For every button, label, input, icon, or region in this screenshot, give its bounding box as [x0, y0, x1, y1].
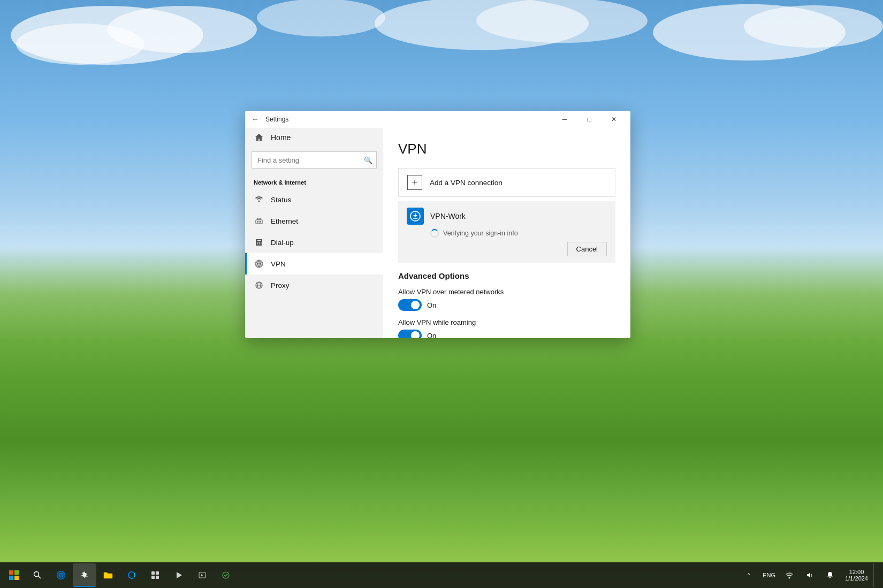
toggle-roaming-label: Allow VPN while roaming — [398, 318, 615, 326]
svg-point-8 — [258, 201, 260, 202]
search-input[interactable] — [252, 151, 377, 169]
sidebar-search-container: 🔍 — [252, 151, 377, 169]
svg-point-33 — [789, 577, 790, 579]
sidebar-item-home[interactable]: Home — [245, 128, 383, 147]
taskbar-extra1-icon[interactable] — [191, 563, 214, 587]
svg-rect-21 — [14, 576, 19, 580]
proxy-icon — [254, 280, 264, 291]
sidebar-section-title: Network & Internet — [245, 173, 383, 189]
taskbar-media-icon[interactable] — [167, 563, 191, 587]
maximize-button[interactable]: □ — [577, 111, 602, 128]
svg-rect-11 — [260, 218, 261, 220]
sidebar-item-proxy[interactable]: Proxy — [245, 274, 383, 296]
svg-rect-12 — [257, 221, 258, 223]
home-label: Home — [271, 133, 291, 142]
sidebar-item-ethernet[interactable]: Ethernet — [245, 210, 383, 232]
add-icon: + — [407, 175, 422, 190]
advanced-options-title: Advanced Options — [398, 271, 615, 280]
ethernet-icon — [254, 216, 264, 226]
add-vpn-button[interactable]: + Add a VPN connection — [398, 168, 615, 197]
toggle-metered-networks: Allow VPN over metered networks On — [398, 288, 615, 311]
vpn-connection-card: VPN-Work Verifying your sign-in info Can… — [398, 201, 615, 263]
show-desktop-button[interactable] — [873, 563, 877, 587]
sidebar-item-dialup-label: Dial-up — [271, 239, 294, 247]
clock-date: 1/1/2024 — [845, 575, 868, 582]
taskbar-edge-icon[interactable] — [120, 563, 143, 587]
settings-window: ← Settings ─ □ ✕ Home 🔍 — [245, 111, 630, 338]
svg-rect-17 — [413, 218, 417, 219]
toggle-metered-switch[interactable] — [398, 299, 422, 311]
toggle-roaming: Allow VPN while roaming On — [398, 318, 615, 338]
search-icon: 🔍 — [364, 156, 372, 164]
svg-line-23 — [39, 576, 41, 579]
dialup-icon — [254, 237, 264, 248]
sidebar-item-proxy-label: Proxy — [271, 281, 290, 289]
network-icon[interactable] — [780, 563, 799, 587]
sidebar-item-status-label: Status — [271, 196, 291, 204]
svg-rect-10 — [257, 218, 258, 220]
taskbar-apps-icon[interactable] — [143, 563, 167, 587]
taskbar-extra2-icon[interactable] — [214, 563, 238, 587]
taskbar-search-button[interactable] — [26, 563, 49, 587]
svg-point-22 — [34, 572, 39, 577]
show-hidden-icons[interactable]: ^ — [739, 563, 758, 587]
sidebar-item-status[interactable]: Status — [245, 189, 383, 210]
vpn-cancel-row: Cancel — [407, 242, 607, 256]
taskbar-system-tray: ^ ENG 12:00 1/1/2024 — [739, 563, 881, 587]
svg-rect-13 — [258, 221, 260, 223]
add-vpn-label: Add a VPN connection — [430, 179, 503, 187]
svg-rect-18 — [9, 570, 13, 575]
svg-rect-14 — [261, 221, 262, 223]
main-content: VPN + Add a VPN connection VPN-Work — [383, 128, 630, 338]
vpn-connection-name: VPN-Work — [430, 212, 466, 220]
vpn-status-row: Verifying your sign-in info — [430, 229, 607, 238]
vpn-status-text: Verifying your sign-in info — [443, 230, 518, 237]
status-icon — [254, 194, 264, 205]
svg-rect-20 — [9, 576, 13, 580]
taskbar: ^ ENG 12:00 1/1/2024 — [0, 562, 883, 588]
svg-rect-29 — [156, 576, 159, 579]
vpn-spinner — [430, 229, 439, 238]
svg-rect-19 — [14, 570, 19, 575]
svg-rect-27 — [156, 571, 159, 575]
svg-marker-30 — [177, 572, 182, 578]
sidebar-item-dialup[interactable]: Dial-up — [245, 232, 383, 253]
window-title: Settings — [265, 116, 552, 123]
notifications-icon[interactable] — [820, 563, 840, 587]
window-controls: ─ □ ✕ — [552, 111, 626, 128]
back-button[interactable]: ← — [249, 115, 261, 124]
toggle-metered-state: On — [427, 301, 436, 309]
vpn-icon — [254, 258, 264, 269]
taskbar-explorer-icon[interactable] — [96, 563, 120, 587]
start-button[interactable] — [2, 563, 26, 587]
svg-rect-26 — [151, 571, 155, 575]
sidebar-item-ethernet-label: Ethernet — [271, 217, 298, 225]
taskbar-settings-icon[interactable] — [73, 563, 96, 587]
vpn-logo — [407, 208, 424, 225]
svg-point-25 — [59, 573, 63, 577]
sidebar: Home 🔍 Network & Internet Status — [245, 128, 383, 338]
home-icon — [254, 132, 264, 143]
sidebar-item-vpn[interactable]: VPN — [245, 253, 383, 274]
volume-icon[interactable] — [800, 563, 819, 587]
window-titlebar: ← Settings ─ □ ✕ — [245, 111, 630, 128]
window-body: Home 🔍 Network & Internet Status — [245, 128, 630, 338]
task-view-button[interactable] — [49, 563, 73, 587]
taskbar-clock[interactable]: 12:00 1/1/2024 — [841, 563, 872, 587]
sidebar-item-vpn-label: VPN — [271, 260, 286, 268]
vpn-cancel-button[interactable]: Cancel — [567, 242, 607, 256]
minimize-button[interactable]: ─ — [552, 111, 577, 128]
toggle-metered-label: Allow VPN over metered networks — [398, 288, 615, 296]
svg-rect-28 — [151, 576, 155, 579]
toggle-roaming-control: On — [398, 330, 615, 338]
toggle-roaming-switch[interactable] — [398, 330, 422, 338]
page-title: VPN — [398, 141, 615, 157]
language-icon[interactable]: ENG — [759, 563, 779, 587]
toggle-metered-control: On — [398, 299, 615, 311]
toggle-roaming-state: On — [427, 332, 436, 339]
vpn-card-header: VPN-Work — [407, 208, 607, 225]
close-button[interactable]: ✕ — [602, 111, 626, 128]
clock-time: 12:00 — [849, 569, 864, 575]
